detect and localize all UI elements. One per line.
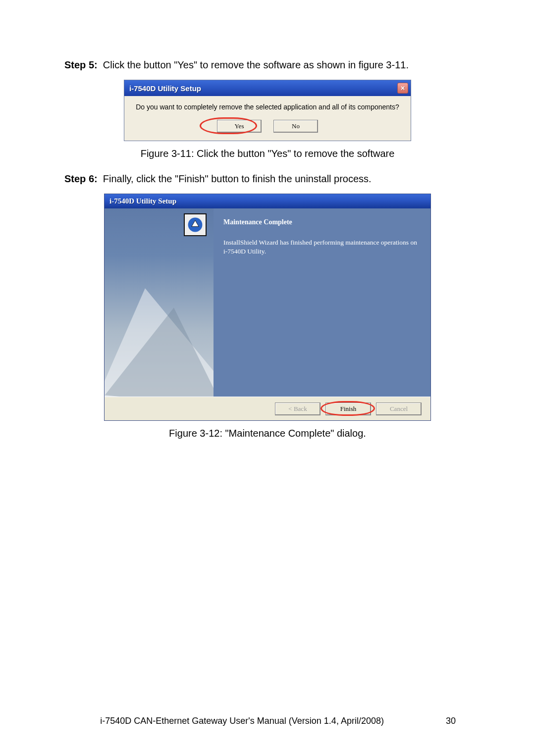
decorative-triangle-icon [105, 302, 214, 397]
wizard-dialog-titlebar: i-7540D Utility Setup [105, 194, 430, 208]
confirm-dialog-title: i-7540D Utility Setup [129, 84, 201, 93]
figure-3-12-caption: Figure 3-12: "Maintenance Complete" dial… [64, 428, 471, 439]
close-icon[interactable]: × [397, 83, 408, 94]
wizard-body-text: InstallShield Wizard has finished perfor… [223, 238, 421, 256]
wizard-dialog-title: i-7540D Utility Setup [109, 197, 176, 205]
finish-button[interactable]: Finish [325, 403, 371, 415]
footer-page-number: 30 [446, 716, 456, 726]
wizard-dialog: i-7540D Utility Setup Maintenance Comple… [104, 194, 431, 421]
no-button[interactable]: No [273, 120, 318, 133]
wizard-heading: Maintenance Complete [223, 218, 421, 226]
step5-line: Step 5: Click the button "Yes" to remove… [64, 59, 471, 71]
step5-text: Click the button "Yes" to remove the sof… [103, 59, 409, 70]
wizard-button-bar: < Back Finish Cancel [105, 397, 430, 420]
cancel-button: Cancel [376, 403, 422, 415]
wizard-content: Maintenance Complete InstallShield Wizar… [214, 208, 430, 397]
confirm-dialog: i-7540D Utility Setup × Do you want to c… [124, 80, 411, 141]
installshield-logo-icon [184, 213, 207, 236]
confirm-dialog-titlebar: i-7540D Utility Setup × [124, 80, 411, 96]
yes-button[interactable]: Yes [217, 120, 262, 133]
figure-3-11-caption: Figure 3-11: Click the button "Yes" to r… [64, 148, 471, 159]
footer-text: i-7540D CAN-Ethernet Gateway User's Manu… [100, 716, 384, 726]
wizard-sidebar [105, 208, 214, 397]
page-footer: i-7540D CAN-Ethernet Gateway User's Manu… [0, 716, 535, 726]
step6-text: Finally, click the "Finish" button to fi… [103, 173, 372, 184]
step6-label: Step 6: [64, 173, 98, 184]
step6-line: Step 6: Finally, click the "Finish" butt… [64, 173, 471, 185]
step5-label: Step 5: [64, 59, 98, 70]
confirm-dialog-message: Do you want to completely remove the sel… [130, 103, 405, 111]
back-button: < Back [275, 403, 321, 415]
